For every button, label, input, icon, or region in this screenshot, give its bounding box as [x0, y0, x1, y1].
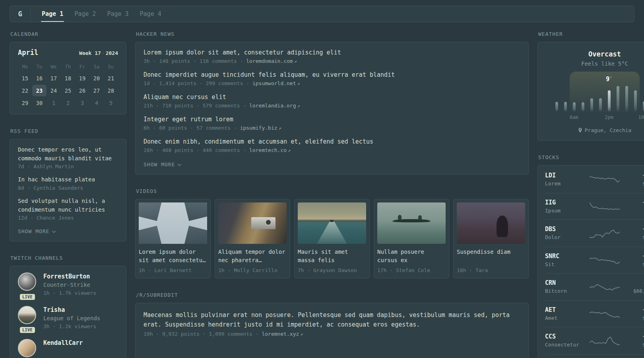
hn-item-title[interactable]: Aliquam nec cursus elit [144, 93, 520, 101]
subreddit-widget: Maecenas mollis pulvinar erat non posuer… [135, 303, 529, 358]
stock-row[interactable]: LDILorem +4.35%$795.18 [545, 166, 644, 193]
hn-item-domain-link[interactable]: loremtech.co [249, 147, 291, 153]
twitch-channel-row[interactable]: LIVE Trisha League of Legends 3h · 1.2k … [18, 306, 118, 331]
video-title[interactable]: Suspendisse diam [457, 248, 525, 265]
stock-price: $499.72 [620, 314, 644, 322]
weather-widget: Overcast Feels like 5°C 9° 6am 2pm 10pm … [537, 42, 644, 141]
weather-bar [564, 102, 567, 111]
tab-page-1[interactable]: Page 1 [41, 6, 64, 22]
weather-bar-slot [587, 85, 596, 111]
twitch-channel-name[interactable]: KendallCarr [43, 339, 83, 347]
chevron-down-icon [178, 162, 182, 166]
stock-name: Sit [545, 261, 590, 268]
hn-item-domain-link[interactable]: ipsumworld.net [252, 80, 300, 86]
stock-sparkline [590, 335, 620, 346]
video-row: Lorem ipsum dolor sit amet consectetu… 1… [135, 199, 529, 278]
hn-item: Donec imperdiet augue tincidunt felis al… [144, 71, 520, 86]
calendar-day: 30 [32, 97, 47, 109]
video-thumbnail-sea-wake[interactable] [298, 202, 366, 244]
rss-item-title[interactable]: Sed volutpat nulla nisl, a condimentum n… [18, 197, 118, 214]
videos-section: VIDEOS Lorem ipsum dolor sit amet consec… [135, 188, 529, 278]
hn-item-domain-link[interactable]: ipsumify.biz [240, 125, 281, 131]
twitch-avatar-wrap: LIVE [18, 306, 37, 331]
hn-item-domain-link[interactable]: loremdomain.com [246, 58, 297, 64]
stock-sparkline [590, 173, 620, 185]
subreddit-post-meta: 19h · 9,932 points · 1,090 comments · lo… [144, 331, 520, 337]
subreddit-section-title: /R/SUBREDDIT [136, 292, 529, 298]
hn-item-title[interactable]: Donec enim nibh, condimentum et accumsan… [144, 138, 520, 146]
rss-item-title[interactable]: In hac habitasse platea [18, 175, 118, 184]
weather-condition: Overcast [546, 50, 644, 58]
subreddit-post-title[interactable]: Maecenas mollis pulvinar erat non posuer… [144, 310, 520, 329]
tab-page-2[interactable]: Page 2 [74, 6, 97, 22]
twitch-channel-name[interactable]: Trisha [43, 306, 100, 314]
tab-page-3[interactable]: Page 3 [106, 6, 129, 22]
stock-row[interactable]: CRNBitcorn -1.00%$66,171.48 [545, 273, 644, 300]
stock-row[interactable]: DBSDolor +1.42%$156.28 [545, 220, 644, 247]
calendar-day: 26 [75, 85, 89, 96]
video-thumbnail-foggy-field[interactable] [457, 202, 525, 244]
weather-bar [590, 98, 593, 111]
hn-item-title[interactable]: Lorem ipsum dolor sit amet, consectetur … [144, 49, 520, 57]
weekday-label: Sa [89, 62, 104, 72]
weather-bar [573, 102, 576, 111]
rss-show-more-button[interactable]: SHOW MORE [18, 228, 55, 234]
video-card[interactable]: Lorem ipsum dolor sit amet consectetu… 1… [135, 199, 211, 278]
calendar-day: 24 [47, 85, 61, 96]
video-card[interactable]: Nullam posuere cursus ex 17h · Stefan Co… [374, 199, 449, 278]
stock-row[interactable]: SNRCSit +1.36%$148.64 [545, 247, 644, 274]
avatar[interactable] [18, 306, 36, 324]
subreddit-post: Maecenas mollis pulvinar erat non posuer… [144, 310, 520, 337]
hn-show-more-button[interactable]: SHOW MORE [144, 161, 181, 167]
hn-item: Donec enim nibh, condimentum et accumsan… [144, 138, 520, 153]
calendar-day: 17 [47, 72, 61, 84]
video-title[interactable]: Mauris sit amet massa felis [298, 248, 366, 265]
video-title[interactable]: Aliquam tempor dolor nec pharetra… [218, 248, 287, 265]
rss-item-meta: 8d · Cynthia Saunders [18, 185, 118, 191]
stock-change: +1.36% [620, 252, 644, 261]
twitch-channel-row[interactable]: KendallCarr [18, 339, 118, 357]
hackernews-section: HACKER NEWS Lorem ipsum dolor sit amet, … [135, 31, 529, 175]
stock-ticker: IIG [545, 198, 590, 207]
stock-row[interactable]: CCSConsectetur +0.51%$165.84 [545, 327, 644, 354]
stock-row[interactable]: IIGIpsum +2.84%$42.04 [545, 193, 644, 220]
avatar[interactable] [18, 272, 36, 291]
stock-row[interactable]: AETAmet +0.92%$499.72 [545, 300, 644, 327]
tab-page-4[interactable]: Page 4 [139, 6, 162, 22]
calendar-section: CALENDAR April Week 17·2024 Mo Tu We Th … [10, 31, 126, 115]
stock-row[interactable]: AHS +0.46% [545, 354, 644, 358]
weekday-label: Su [104, 62, 118, 72]
video-title[interactable]: Lorem ipsum dolor sit amet consectetu… [139, 248, 207, 265]
weather-time-axis: 6am 2pm 10pm [552, 115, 644, 121]
stock-name: Bitcorn [545, 287, 590, 295]
rss-item-title[interactable]: Donec tempor eros leo, ut commodo mauris… [18, 146, 118, 163]
avatar[interactable] [18, 339, 36, 357]
app-logo[interactable]: G [10, 6, 31, 22]
weather-bar [555, 102, 558, 111]
hn-item-title[interactable]: Donec imperdiet augue tincidunt felis al… [144, 71, 520, 79]
weather-bar [625, 86, 628, 111]
subreddit-section: /R/SUBREDDIT Maecenas mollis pulvinar er… [135, 292, 529, 358]
video-card[interactable]: Mauris sit amet massa felis 7h · Grayson… [294, 199, 370, 278]
hn-item-domain-link[interactable]: loremlandia.org [249, 103, 300, 109]
video-thumbnail-camera-hands[interactable] [218, 202, 287, 244]
live-badge: LIVE [20, 327, 35, 333]
hackernews-section-title: HACKER NEWS [136, 31, 529, 37]
calendar-day: 19 [75, 72, 89, 84]
stock-sparkline [590, 254, 620, 266]
video-card[interactable]: Suspendisse diam 18h · Tara [453, 199, 529, 278]
weather-bar [634, 90, 637, 111]
video-thumbnail-concrete-pillars[interactable] [139, 202, 207, 244]
twitch-channel-row[interactable]: LIVE ForrestBurton Counter-Strike 1h · 1… [18, 272, 118, 297]
video-thumbnail-canoe-fog[interactable] [377, 202, 446, 244]
video-title[interactable]: Nullam posuere cursus ex [377, 248, 446, 265]
stock-sparkline [590, 200, 620, 212]
subreddit-post-domain-link[interactable]: loremnet.xyz [262, 331, 303, 337]
twitch-avatar-wrap [18, 339, 37, 357]
video-card[interactable]: Aliquam tempor dolor nec pharetra… 1h · … [215, 199, 290, 278]
twitch-channel-name[interactable]: ForrestBurton [43, 272, 96, 281]
weekday-label: Mo [18, 62, 32, 72]
stock-name: Dolor [545, 233, 590, 241]
hn-item-title[interactable]: Integer eget rutrum lorem [144, 115, 520, 124]
stock-sparkline [590, 308, 620, 320]
